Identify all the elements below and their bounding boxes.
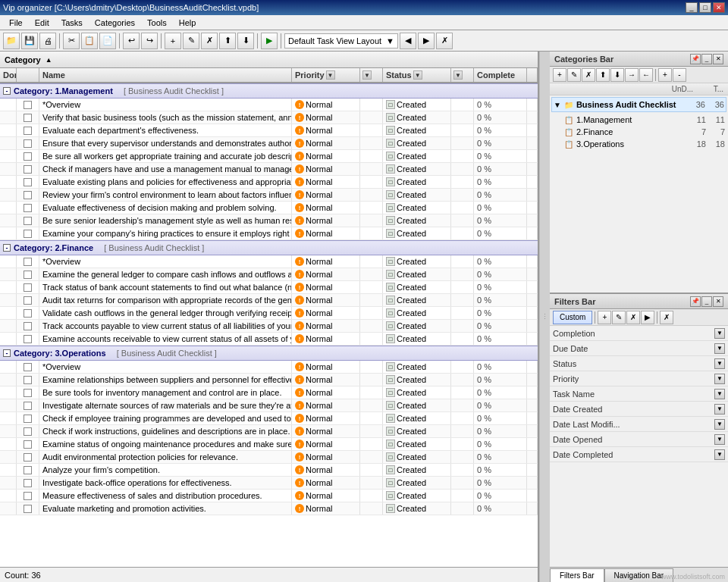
task-checkbox[interactable] xyxy=(24,258,32,266)
checkbox-cell[interactable] xyxy=(17,361,39,373)
priority-sort-icon[interactable]: ▼ xyxy=(326,70,335,80)
cat-tree-item-1[interactable]: 📋 2.Finance 7 7 xyxy=(551,126,726,138)
checkbox-cell[interactable] xyxy=(17,320,39,332)
col-priority[interactable]: Priority ▼ xyxy=(292,68,360,82)
toolbar-btn-12[interactable]: ⬆ xyxy=(219,33,236,49)
task-checkbox[interactable] xyxy=(24,389,32,397)
categories-panel-pin[interactable]: 📌 xyxy=(690,54,701,64)
task-row[interactable]: Check if managers have and use a managem… xyxy=(0,163,538,176)
toolbar-btn-11[interactable]: ✗ xyxy=(201,33,218,49)
checkbox-cell[interactable] xyxy=(17,189,39,201)
task-checkbox[interactable] xyxy=(24,204,32,212)
toolbar-btn-7[interactable]: ↩ xyxy=(123,33,140,49)
filters-panel-minimize[interactable]: _ xyxy=(701,296,712,307)
status-dropdown-icon[interactable]: ▼ xyxy=(453,70,463,80)
toolbar-btn-layout-next[interactable]: ▶ xyxy=(418,33,435,49)
group-expand-2[interactable]: - xyxy=(3,349,11,357)
filter-dropdown-0[interactable]: ▼ xyxy=(714,328,725,339)
filter-apply-btn[interactable]: ▶ xyxy=(641,311,654,324)
toolbar-btn-8[interactable]: ↪ xyxy=(141,33,158,49)
filter-delete-btn[interactable]: ✗ xyxy=(626,311,640,324)
task-checkbox[interactable] xyxy=(24,178,32,186)
filter-item-3[interactable]: Priority ▼ xyxy=(550,371,728,386)
task-checkbox[interactable] xyxy=(24,217,32,225)
maximize-button[interactable]: □ xyxy=(699,2,711,13)
menu-file[interactable]: File xyxy=(3,17,29,29)
task-layout-dropdown[interactable]: Default Task View Layout ▼ xyxy=(284,33,398,48)
task-row[interactable]: Audit environmental protection policies … xyxy=(0,451,538,464)
tab-filters-bar[interactable]: Filters Bar xyxy=(550,568,604,582)
task-row[interactable]: Check if employee training programmes ar… xyxy=(0,412,538,425)
cat-expand-btn[interactable]: + xyxy=(658,68,672,82)
task-row[interactable]: *Overview ! Normal □ Created 0 % xyxy=(0,99,538,111)
task-checkbox[interactable] xyxy=(24,296,32,305)
cat-root[interactable]: ▼ 📁 Business Audit Checklist 36 36 xyxy=(551,97,726,112)
checkbox-cell[interactable] xyxy=(17,307,39,319)
checkbox-cell[interactable] xyxy=(17,464,39,476)
task-row[interactable]: Evaluate effectiveness of decision makin… xyxy=(0,202,538,214)
toolbar-btn-9[interactable]: + xyxy=(165,33,181,49)
cat-outdent-btn[interactable]: ← xyxy=(639,68,653,82)
task-row[interactable]: *Overview ! Normal □ Created 0 % xyxy=(0,361,538,374)
filter-dropdown-2[interactable]: ▼ xyxy=(714,358,725,369)
task-checkbox[interactable] xyxy=(24,492,32,500)
filter-dropdown-4[interactable]: ▼ xyxy=(714,389,725,399)
filter-dropdown-6[interactable]: ▼ xyxy=(714,419,725,430)
task-row[interactable]: Track accounts payable to view current s… xyxy=(0,320,538,333)
toolbar-btn-3[interactable]: 🖨 xyxy=(39,33,56,49)
task-row[interactable]: Be sure tools for inventory management a… xyxy=(0,386,538,399)
filter-item-2[interactable]: Status ▼ xyxy=(550,356,728,371)
cat-tree-item-0[interactable]: 📋 1.Management 11 11 xyxy=(551,114,726,126)
task-checkbox[interactable] xyxy=(24,440,32,449)
toolbar-btn-13[interactable]: ⬇ xyxy=(237,33,254,49)
cat-delete-btn[interactable]: ✗ xyxy=(582,68,595,82)
checkbox-cell[interactable] xyxy=(17,150,39,162)
task-row[interactable]: Validate cash outflows in the general le… xyxy=(0,307,538,320)
menu-tools[interactable]: Tools xyxy=(141,17,173,29)
task-row[interactable]: Evaluate marketing and promotion activit… xyxy=(0,502,538,515)
filter-dropdown-5[interactable]: ▼ xyxy=(714,404,725,415)
cat-move-up-btn[interactable]: ⬆ xyxy=(596,68,610,82)
task-checkbox[interactable] xyxy=(24,127,32,135)
task-row[interactable]: *Overview ! Normal □ Created 0 % xyxy=(0,255,538,268)
task-checkbox[interactable] xyxy=(24,363,32,371)
checkbox-cell[interactable] xyxy=(17,333,39,345)
checkbox-cell[interactable] xyxy=(17,111,39,124)
toolbar-btn-6[interactable]: 📄 xyxy=(99,33,116,49)
group-header-1[interactable]: - Category: 2.Finance [ Business Audit C… xyxy=(0,240,538,255)
checkbox-cell[interactable] xyxy=(17,227,39,239)
task-row[interactable]: Review your firm's control environment t… xyxy=(0,189,538,202)
toolbar-btn-5[interactable]: 📋 xyxy=(81,33,98,49)
filter-item-6[interactable]: Date Last Modifi... ▼ xyxy=(550,417,728,432)
checkbox-cell[interactable] xyxy=(17,477,39,489)
cat-edit-btn[interactable]: ✎ xyxy=(567,68,581,82)
toolbar-btn-4[interactable]: ✂ xyxy=(63,33,80,49)
task-checkbox[interactable] xyxy=(24,230,32,238)
task-checkbox[interactable] xyxy=(24,415,32,423)
toolbar-btn-2[interactable]: 💾 xyxy=(21,33,38,49)
checkbox-cell[interactable] xyxy=(17,425,39,437)
checkbox-cell[interactable] xyxy=(17,124,39,136)
task-row[interactable]: Check if work instructions, guidelines a… xyxy=(0,425,538,438)
group-expand-0[interactable]: - xyxy=(3,87,11,95)
filter-dropdown-1[interactable]: ▼ xyxy=(714,343,725,354)
task-checkbox[interactable] xyxy=(24,139,32,148)
checkbox-cell[interactable] xyxy=(17,255,39,268)
task-row[interactable]: Track status of bank account statements … xyxy=(0,281,538,294)
task-row[interactable]: Investigate back-office operations for e… xyxy=(0,477,538,490)
filter-item-8[interactable]: Date Completed ▼ xyxy=(550,447,728,462)
cat-collapse-btn[interactable]: - xyxy=(673,68,686,82)
filter-item-5[interactable]: Date Created ▼ xyxy=(550,402,728,417)
filter-item-7[interactable]: Date Opened ▼ xyxy=(550,432,728,447)
task-row[interactable]: Audit tax returns for comparison with ap… xyxy=(0,294,538,307)
task-row[interactable]: Examine relationships between suppliers … xyxy=(0,374,538,386)
toolbar-btn-layout-x[interactable]: ✗ xyxy=(436,33,453,49)
menu-edit[interactable]: Edit xyxy=(29,17,55,29)
filter-dropdown-8[interactable]: ▼ xyxy=(714,449,725,460)
group-header-0[interactable]: - Category: 1.Management [ Business Audi… xyxy=(0,83,538,99)
filter-item-0[interactable]: Completion ▼ xyxy=(550,326,728,341)
group-expand-1[interactable]: - xyxy=(3,244,11,252)
task-checkbox[interactable] xyxy=(24,165,32,174)
task-checkbox[interactable] xyxy=(24,309,32,318)
task-table[interactable]: Done Name Priority ▼ ▼ Status ▼ ▼ xyxy=(0,68,538,567)
